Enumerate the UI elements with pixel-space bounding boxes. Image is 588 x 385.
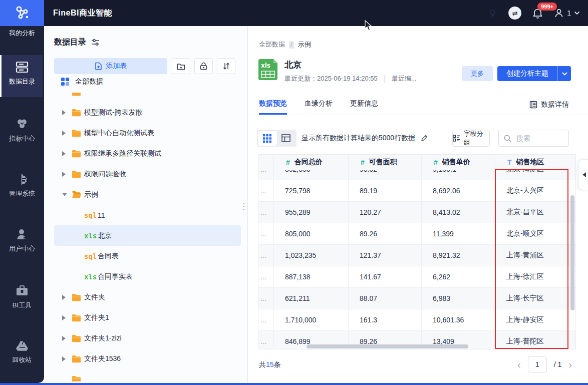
sidebar-item-data-catalog[interactable]: 数据目录 xyxy=(0,55,43,97)
tree-item-table-contract-fact[interactable]: xls 合同事实表 xyxy=(44,266,247,287)
table-row[interactable]: ... 887,138141.676,262上海-徐汇区 xyxy=(258,266,575,288)
folder-icon xyxy=(72,355,81,363)
sidebar-item-recycle-bin[interactable]: 回收站 xyxy=(0,334,44,364)
table-column-header[interactable]: # 销售单价 xyxy=(422,155,495,170)
tree-arrow-icon[interactable] xyxy=(62,356,66,361)
grid-view-button[interactable] xyxy=(258,131,277,146)
tree-arrow-icon[interactable] xyxy=(62,151,66,156)
pagination: ‹ 1 / 1 › xyxy=(517,356,572,372)
tree-arrow-icon[interactable] xyxy=(62,110,66,115)
overflow-column-header xyxy=(258,155,274,170)
table-horizontal-scrollbar[interactable] xyxy=(307,344,468,348)
tree-arrow-icon[interactable] xyxy=(62,131,66,136)
top-bar: FineBI商业智能 ⇌ 999+ 1 xyxy=(0,0,588,26)
sort-button[interactable] xyxy=(217,58,235,74)
more-button[interactable]: 更多 xyxy=(462,66,493,81)
layout-view-icon xyxy=(281,134,290,142)
sidebar-item-metrics-center[interactable]: 指标中心 xyxy=(0,112,44,143)
metrics-icon xyxy=(16,118,29,130)
table-column-header[interactable]: # 合同总价 xyxy=(274,155,349,170)
toolbox-icon xyxy=(16,285,29,297)
user-id: 1 xyxy=(567,9,571,17)
user-menu[interactable]: 1 xyxy=(554,8,580,18)
overflow-cell: ... xyxy=(258,266,274,287)
table-row[interactable]: ... 1,023,235121.378,921.32上海-黄浦区 xyxy=(258,245,575,266)
table-vertical-scrollbar[interactable] xyxy=(570,195,574,310)
add-table-button[interactable]: 添加表 xyxy=(54,58,167,74)
tree-arrow-icon[interactable] xyxy=(62,172,66,177)
cell: 8,921.32 xyxy=(422,245,495,266)
tree-item-folder-model-center[interactable]: 模型中心自动化测试表 xyxy=(44,123,247,143)
tree-arrow-icon[interactable] xyxy=(62,315,66,320)
document-list-icon xyxy=(529,101,537,109)
cell: 北京-大兴区 xyxy=(495,180,575,201)
tree-item-folder-model-test[interactable]: 模型测试-跨表发散 xyxy=(44,102,247,123)
sidebar-item-my-analysis[interactable]: 我的分析 xyxy=(0,29,44,38)
sort-arrows-icon xyxy=(223,62,230,70)
key-icon[interactable] xyxy=(487,8,497,18)
field-group-button[interactable]: 字段分组 xyxy=(452,130,490,147)
table-row[interactable]: ... 852,35093.029,150.1北京-海淀区 xyxy=(258,170,575,180)
overflow-cell: ... xyxy=(258,288,274,309)
tree-arrow-icon[interactable] xyxy=(62,336,66,341)
cell: 10,601.36 xyxy=(422,309,495,330)
next-page-button[interactable]: › xyxy=(568,359,572,369)
tab-lineage[interactable]: 血缘分析 xyxy=(305,99,333,115)
tree-item-folder-wenjianjia[interactable]: 文件夹 xyxy=(44,287,247,307)
cell: 852,350 xyxy=(274,170,349,180)
notification-badge: 999+ xyxy=(537,3,557,11)
finebi-logo[interactable] xyxy=(0,0,44,26)
edit-rows-icon[interactable] xyxy=(420,134,428,142)
create-analysis-button[interactable]: 创建分析主题 xyxy=(497,66,571,81)
sidebar-item-bi-tools[interactable]: BI工具 xyxy=(0,279,44,310)
sidebar-item-user-center[interactable]: 用户中心 xyxy=(0,222,44,253)
collapse-panel-handle[interactable] xyxy=(578,159,588,190)
table-row[interactable]: ... 621,21188.076,983上海-长宁区 xyxy=(258,288,575,309)
add-folder-button[interactable] xyxy=(172,58,190,74)
prev-page-button[interactable]: ‹ xyxy=(517,359,521,369)
tree-item-table-contract[interactable]: sql 合同表 xyxy=(44,246,247,266)
search-input[interactable] xyxy=(515,134,562,143)
cell: 8,692.06 xyxy=(422,180,495,201)
tree-item-partial-bottom[interactable] xyxy=(44,369,247,381)
panel-resize-handle[interactable] xyxy=(242,203,244,210)
tree-item-all-data[interactable]: 全部数据 xyxy=(61,74,103,89)
table-row[interactable]: ... 955,289120.278,413.02北京-昌平区 xyxy=(258,202,575,223)
tree-item-folder-perm-multipath[interactable]: 权限继承多路径关联测试 xyxy=(44,143,247,164)
tree-item-partial-top[interactable] xyxy=(44,93,247,102)
total-count: 共15条 xyxy=(259,360,281,369)
permission-view-button[interactable] xyxy=(194,58,213,74)
switch-icon[interactable]: ⇌ xyxy=(508,7,521,20)
tree-item-folder-wenjianjia1536[interactable]: 文件夹1536 xyxy=(44,348,247,369)
number-field-icon: # xyxy=(434,158,438,166)
breadcrumb-all-data[interactable]: 全部数据 xyxy=(259,40,285,49)
sidebar-item-admin-system[interactable]: 管理系统 xyxy=(0,167,44,198)
breadcrumb-divider: / xyxy=(289,41,294,49)
tree-item-folder-wenjianjia1[interactable]: 文件夹1 xyxy=(44,307,247,328)
tree-item-folder-wenjianjia1-zizi[interactable]: 文件夹1-zizi xyxy=(44,328,247,348)
table-row[interactable]: ... 725,79889.198,692.06北京-大兴区 xyxy=(258,180,575,202)
tab-data-preview[interactable]: 数据预览 xyxy=(259,99,287,115)
layout-view-button[interactable] xyxy=(277,131,296,146)
filter-settings-icon[interactable] xyxy=(91,39,100,46)
tree-arrow-icon[interactable] xyxy=(62,295,66,300)
data-detail-link[interactable]: 数据详情 xyxy=(529,100,569,109)
table-row[interactable]: ... 1,710,000161.310,601.36上海-静安区 xyxy=(258,309,575,331)
table-column-header[interactable]: # 可售面积 xyxy=(349,155,422,170)
page-total: / 1 xyxy=(554,360,562,368)
tree-arrow-icon[interactable] xyxy=(62,193,67,196)
tree-item-table-11[interactable]: sql 11 xyxy=(44,205,247,225)
page-input[interactable]: 1 xyxy=(528,356,547,372)
tree-item-folder-example[interactable]: 示例 xyxy=(44,184,247,205)
table-row[interactable]: ... 805,00089.2611,399北京-顺义区 xyxy=(258,223,575,245)
view-toggle xyxy=(257,130,297,147)
panel-title: 数据目录 xyxy=(54,37,86,48)
tree-item-folder-perm-check[interactable]: 权限问题验收 xyxy=(44,164,247,184)
logo-molecule-icon xyxy=(14,5,31,22)
table-search[interactable] xyxy=(498,130,569,147)
tab-update-info[interactable]: 更新信息 xyxy=(350,99,378,115)
create-analysis-dropdown[interactable] xyxy=(557,66,571,81)
notifications-button[interactable]: 999+ xyxy=(532,8,543,19)
tree-item-table-beijing[interactable]: xls 北京 xyxy=(44,225,247,246)
table-column-header[interactable]: T 销售地区 xyxy=(495,155,575,170)
